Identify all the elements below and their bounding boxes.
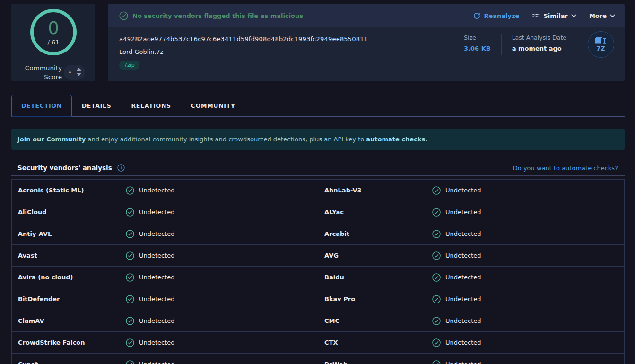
- vendors-analysis-header: Security vendors' analysis Do you want t…: [11, 160, 625, 176]
- vendor-status: Undetected: [126, 295, 324, 303]
- undetected-check-icon: [432, 230, 441, 238]
- vendor-status: Undetected: [126, 273, 324, 282]
- community-score-label: Community Score: [16, 64, 62, 81]
- vendor-name: AVG: [324, 252, 432, 259]
- divider: [577, 34, 577, 55]
- vendor-status-label: Undetected: [445, 361, 481, 364]
- undetected-check-icon: [432, 360, 441, 364]
- vendor-status-label: Undetected: [139, 230, 175, 237]
- table-row: Antiy-AVL Undetected Arcabit Undetected: [12, 223, 624, 245]
- vendor-status: Undetected: [432, 273, 624, 282]
- detection-score-value: 0: [48, 19, 59, 37]
- undetected-check-icon: [432, 338, 441, 347]
- size-label: Size: [464, 34, 491, 41]
- similar-button[interactable]: Similar: [532, 12, 576, 19]
- vendor-status-label: Undetected: [139, 208, 175, 216]
- archive-icon: [595, 37, 607, 45]
- table-row: AliCloud Undetected ALYac Undetected: [12, 201, 624, 223]
- vendor-name: Acronis (Static ML): [18, 187, 126, 194]
- vendors-analysis-table: Acronis (Static ML) Undetected AhnLab-V3…: [11, 179, 625, 364]
- vendor-status: Undetected: [432, 186, 624, 195]
- vendor-name: AhnLab-V3: [324, 187, 432, 194]
- file-type-badge: 7Z: [588, 31, 614, 58]
- size-value: 3.06 KB: [464, 45, 491, 52]
- vendor-status: Undetected: [126, 251, 324, 260]
- vote-up-icon[interactable]: [77, 68, 81, 71]
- detection-score-total: / 61: [47, 39, 59, 46]
- vendor-status-label: Undetected: [139, 295, 175, 303]
- vendor-status: Undetected: [432, 208, 624, 217]
- vendor-name: AliCloud: [18, 208, 126, 216]
- vendor-status: Undetected: [126, 360, 324, 364]
- vendors-analysis-title: Security vendors' analysis: [17, 164, 112, 172]
- vendor-name: DrWeb: [324, 361, 432, 364]
- file-tag-7zip[interactable]: 7zip: [119, 61, 139, 70]
- undetected-check-icon: [432, 273, 441, 282]
- vendor-name: Antiy-AVL: [18, 230, 126, 237]
- last-analysis-block: Last Analysis Date a moment ago: [502, 31, 577, 58]
- vote-down-icon[interactable]: [77, 73, 81, 76]
- undetected-check-icon: [126, 208, 134, 217]
- vendor-name: Baidu: [324, 274, 432, 281]
- table-row: CrowdStrike Falcon Undetected CTX Undete…: [12, 332, 624, 354]
- vendor-status-label: Undetected: [445, 317, 481, 324]
- table-row: Acronis (Static ML) Undetected AhnLab-V3…: [12, 180, 624, 201]
- undetected-check-icon: [126, 230, 134, 238]
- undetected-check-icon: [126, 360, 134, 364]
- vendor-status-label: Undetected: [445, 274, 481, 281]
- reanalyze-button[interactable]: Reanalyze: [473, 12, 519, 19]
- last-analysis-label: Last Analysis Date: [512, 34, 566, 41]
- more-button[interactable]: More: [589, 12, 615, 19]
- vendor-status: Undetected: [432, 338, 624, 347]
- vendor-status: Undetected: [126, 230, 324, 238]
- tab-details[interactable]: DETAILS: [72, 95, 122, 116]
- vote-dot-icon: [69, 71, 71, 73]
- vendor-status: Undetected: [432, 317, 624, 325]
- detection-score-ring: 0 / 61: [30, 9, 77, 55]
- report-tabs: DETECTIONDETAILSRELATIONSCOMMUNITY: [11, 95, 625, 117]
- vendor-name: CTX: [324, 339, 432, 346]
- undetected-check-icon: [126, 273, 134, 282]
- vendor-status: Undetected: [126, 338, 324, 347]
- vendor-status: Undetected: [432, 295, 624, 303]
- tab-detection[interactable]: DETECTION: [11, 95, 72, 117]
- vendor-name: Arcabit: [324, 230, 432, 237]
- vendor-status: Undetected: [126, 317, 324, 325]
- undetected-check-icon: [432, 295, 441, 303]
- file-info-section: a49282ace9774b537c16c97c6e3411d59fd908d4…: [108, 27, 625, 81]
- undetected-check-icon: [126, 251, 134, 260]
- file-size-block: Size 3.06 KB: [453, 31, 501, 58]
- similar-waves-icon: [532, 13, 540, 18]
- vendor-name: Bkav Pro: [324, 295, 432, 303]
- vendor-status: Undetected: [126, 186, 324, 195]
- vendor-status-label: Undetected: [445, 187, 481, 194]
- info-icon[interactable]: [117, 164, 125, 172]
- vendor-status-label: Undetected: [139, 317, 175, 324]
- undetected-check-icon: [126, 338, 134, 347]
- table-row: Avast Undetected AVG Undetected: [12, 245, 624, 267]
- vendor-name: BitDefender: [18, 295, 126, 303]
- tab-community[interactable]: COMMUNITY: [181, 95, 245, 116]
- community-vote-widget[interactable]: [64, 65, 85, 80]
- automate-checks-link[interactable]: automate checks.: [366, 136, 427, 143]
- undetected-check-icon: [126, 317, 134, 325]
- community-score-card: 0 / 61 Community Score: [11, 4, 95, 81]
- vendor-status-label: Undetected: [139, 187, 175, 194]
- automate-checks-question-link[interactable]: Do you want to automate checks?: [513, 165, 618, 172]
- undetected-check-icon: [126, 186, 134, 195]
- vendor-status-label: Undetected: [445, 339, 481, 346]
- tab-relations[interactable]: RELATIONS: [121, 95, 181, 116]
- verdict-message: No security vendors flagged this file as…: [132, 12, 303, 19]
- chevron-down-icon: [571, 14, 576, 17]
- join-community-link[interactable]: Join our Community: [17, 136, 86, 143]
- community-promo-text: and enjoy additional community insights …: [86, 136, 366, 143]
- vendor-name: CMC: [324, 317, 432, 324]
- chevron-down-icon: [610, 14, 615, 17]
- verdict-banner: No security vendors flagged this file as…: [108, 4, 625, 27]
- vendor-status-label: Undetected: [139, 339, 175, 346]
- file-type-text: 7Z: [596, 45, 605, 52]
- vendor-status-label: Undetected: [445, 208, 481, 216]
- community-promo-banner: Join our Community and enjoy additional …: [11, 129, 625, 150]
- undetected-check-icon: [432, 186, 441, 195]
- vendor-name: Avira (no cloud): [18, 274, 126, 281]
